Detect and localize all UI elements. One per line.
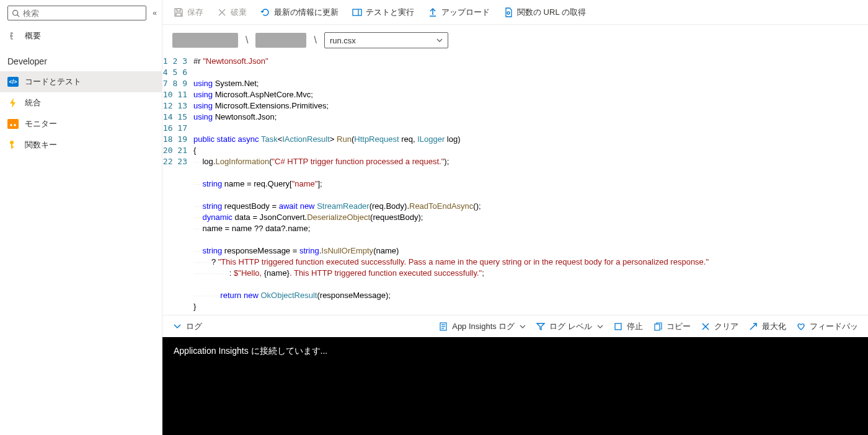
- toolbar-label: 最新の情報に更新: [274, 7, 339, 18]
- svg-rect-15: [615, 323, 621, 330]
- file-select-dropdown[interactable]: run.csx: [324, 32, 448, 48]
- line-gutter: 1 2 3 4 5 6 7 8 9 10 11 12 13 14 15 16 1…: [162, 56, 193, 315]
- sidebar-item-code-test[interactable]: </> コードとテスト: [0, 71, 162, 92]
- url-icon: [503, 7, 513, 17]
- log-toggle-button[interactable]: ログ: [169, 319, 206, 335]
- log-btn-label: ログ レベル: [549, 321, 592, 332]
- upload-button[interactable]: アップロード: [423, 4, 495, 20]
- sidebar-section-developer: Developer: [0, 46, 162, 71]
- svg-rect-16: [655, 324, 660, 330]
- toolbar: 保存 破棄 最新の情報に更新 テストと実行 アップロード: [162, 0, 868, 25]
- breadcrumb-separator: \: [243, 35, 250, 46]
- refresh-icon: [260, 7, 270, 17]
- filter-icon: [536, 322, 546, 332]
- save-icon: [174, 7, 184, 17]
- sidebar: « 概要 Developer </> コードとテスト 統合 ⬥⬥ モニター 関数…: [0, 0, 162, 435]
- maximize-icon: [748, 322, 758, 332]
- chevron-down-icon: [520, 325, 526, 328]
- breadcrumb-segment-2[interactable]: [255, 33, 306, 48]
- maximize-button[interactable]: 最大化: [745, 319, 790, 335]
- panel-icon: [352, 7, 362, 17]
- code-editor[interactable]: 1 2 3 4 5 6 7 8 9 10 11 12 13 14 15 16 1…: [162, 56, 868, 315]
- sidebar-item-function-keys[interactable]: 関数キー: [0, 134, 162, 156]
- log-bar: ログ App Insights ログ ログ レベル: [162, 315, 868, 337]
- log-btn-label: 最大化: [762, 321, 786, 332]
- save-button[interactable]: 保存: [169, 4, 208, 20]
- code-icon: </>: [7, 76, 19, 87]
- log-btn-label: コピー: [666, 321, 691, 332]
- lightning-icon: [7, 97, 19, 108]
- chevron-down-icon: [436, 38, 443, 42]
- toolbar-label: アップロード: [441, 7, 490, 18]
- upload-icon: [428, 7, 438, 17]
- toolbar-label: 破棄: [231, 7, 247, 18]
- log-btn-label: クリア: [714, 321, 738, 332]
- svg-point-0: [13, 10, 18, 15]
- copy-icon: [653, 322, 663, 332]
- code-content[interactable]: #r "Newtonsoft.Json" using System.Net;us…: [193, 56, 868, 315]
- file-select-value: run.csx: [330, 36, 356, 45]
- discard-button[interactable]: 破棄: [212, 4, 252, 20]
- feedback-button[interactable]: フィードバッ: [792, 319, 862, 335]
- close-icon: [701, 322, 711, 332]
- toolbar-label: テストと実行: [366, 7, 414, 18]
- document-icon: [438, 322, 448, 332]
- monitor-icon: ⬥⬥: [7, 118, 19, 130]
- search-row: «: [0, 6, 162, 25]
- stop-icon: [613, 322, 623, 332]
- search-input[interactable]: [23, 9, 142, 18]
- breadcrumb-segment-1[interactable]: [172, 33, 238, 48]
- sidebar-item-label: 統合: [25, 97, 41, 108]
- stop-button[interactable]: 停止: [609, 319, 647, 335]
- toolbar-label: 関数の URL の取得: [517, 7, 586, 18]
- svg-rect-7: [353, 9, 361, 15]
- search-icon: [12, 9, 20, 17]
- log-btn-label: フィードバッ: [810, 321, 858, 332]
- sidebar-item-monitor[interactable]: ⬥⬥ モニター: [0, 113, 162, 134]
- console-text: Application Insights に接続しています...: [174, 346, 327, 356]
- sidebar-item-integration[interactable]: 統合: [0, 92, 162, 113]
- log-btn-label: App Insights ログ: [452, 321, 515, 332]
- key-icon: [7, 139, 19, 151]
- function-icon: [7, 30, 19, 42]
- svg-rect-4: [11, 146, 14, 147]
- refresh-button[interactable]: 最新の情報に更新: [255, 4, 343, 20]
- sidebar-item-label: モニター: [25, 118, 57, 130]
- log-btn-label: 停止: [627, 321, 643, 332]
- log-label: ログ: [186, 321, 202, 332]
- chevron-down-icon: [172, 322, 182, 332]
- breadcrumb-separator: \: [311, 35, 319, 46]
- copy-button[interactable]: コピー: [649, 319, 694, 335]
- main: 保存 破棄 最新の情報に更新 テストと実行 アップロード: [162, 0, 868, 435]
- sidebar-item-label: 概要: [25, 30, 41, 42]
- close-icon: [217, 7, 227, 17]
- clear-button[interactable]: クリア: [697, 319, 742, 335]
- console: Application Insights に接続しています...: [162, 337, 868, 435]
- test-run-button[interactable]: テストと実行: [347, 4, 419, 20]
- sidebar-item-overview[interactable]: 概要: [0, 25, 162, 46]
- chevron-down-icon: [597, 325, 603, 328]
- sidebar-collapse-button[interactable]: «: [153, 9, 157, 17]
- search-box[interactable]: [7, 6, 146, 20]
- log-level-dropdown[interactable]: ログ レベル: [532, 319, 607, 335]
- svg-line-1: [17, 14, 19, 16]
- toolbar-label: 保存: [187, 7, 203, 18]
- get-url-button[interactable]: 関数の URL の取得: [498, 4, 591, 20]
- breadcrumb: \ \ run.csx: [162, 25, 868, 56]
- sidebar-item-label: コードとテスト: [25, 76, 81, 87]
- app-insights-log-dropdown[interactable]: App Insights ログ: [435, 319, 529, 335]
- heart-icon: [796, 322, 806, 332]
- sidebar-item-label: 関数キー: [25, 139, 57, 151]
